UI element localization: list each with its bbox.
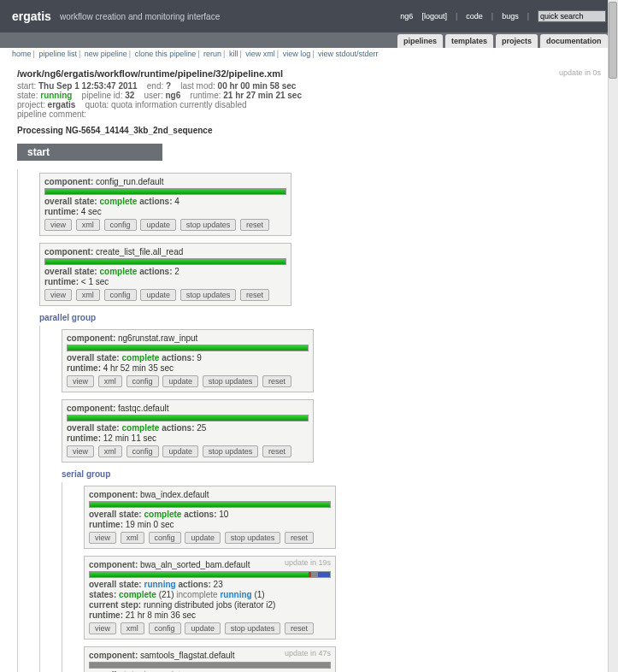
processing-value: NG-5654_14144_3kb_2nd_sequence: [66, 126, 213, 135]
c6-name: bwa_aln_sorted_bam.default: [140, 560, 250, 569]
update-button[interactable]: update: [162, 375, 198, 387]
tabs-row: pipelines templates projects documentati…: [0, 32, 618, 48]
submenu-clone[interactable]: clone this pipeline: [135, 50, 197, 58]
c5-state: complete: [144, 510, 181, 519]
quota-value: quota information currently disabled: [111, 100, 246, 109]
tab-pipelines[interactable]: pipelines: [397, 34, 443, 48]
stop-updates-button[interactable]: stop updates: [203, 375, 259, 387]
end-value: ?: [166, 81, 171, 91]
c4-state: complete: [121, 423, 159, 433]
submenu-view-log[interactable]: view log: [283, 50, 311, 58]
scrollbar-track: [608, 0, 618, 672]
stop-updates-button[interactable]: stop updates: [225, 622, 281, 634]
scrollbar-thumb[interactable]: [609, 2, 617, 79]
update-button[interactable]: update: [140, 289, 176, 301]
c2-state: complete: [99, 267, 137, 276]
card-config-run: component: config_run.default overall st…: [39, 173, 291, 236]
config-button[interactable]: config: [127, 445, 159, 457]
card-ng6runstat: component: ng6runstat.raw_input overall …: [62, 329, 314, 392]
c4-name: fastqc.default: [118, 404, 168, 413]
c6-progress: [89, 571, 331, 578]
config-button[interactable]: config: [104, 289, 137, 301]
lbl-component: component:: [44, 177, 93, 186]
view-button[interactable]: view: [89, 532, 116, 544]
submenu-rerun[interactable]: rerun: [203, 50, 221, 58]
view-button[interactable]: view: [89, 622, 116, 634]
c1-actions: 4: [174, 197, 180, 206]
card-bwa-aln-sorted-bam: update in 19s component: bwa_aln_sorted_…: [84, 556, 336, 640]
xml-button[interactable]: xml: [98, 445, 122, 457]
reset-button[interactable]: reset: [285, 532, 314, 544]
user-meta-value: ng6: [165, 91, 180, 100]
reset-button[interactable]: reset: [240, 219, 269, 231]
c5-runtime: 19 min 0 sec: [126, 520, 174, 529]
update-button[interactable]: update: [185, 622, 221, 634]
c4-runtime: 12 min 11 sec: [103, 433, 156, 443]
config-button[interactable]: config: [104, 219, 137, 231]
user-label: ng6: [400, 12, 413, 21]
update-button[interactable]: update: [185, 532, 221, 544]
stop-updates-button[interactable]: stop updates: [180, 219, 237, 231]
runtime-meta-value: 21 hr 27 min 21 sec: [223, 91, 302, 100]
c7-progress: [89, 662, 331, 669]
end-label: end:: [147, 81, 163, 91]
view-button[interactable]: view: [44, 289, 72, 301]
processing-label: Processing: [17, 126, 63, 135]
c2-name: create_list_file.all_read: [96, 247, 183, 256]
reset-button[interactable]: reset: [262, 375, 291, 387]
view-button[interactable]: view: [67, 375, 94, 387]
update-button[interactable]: update: [162, 445, 198, 457]
xml-button[interactable]: xml: [98, 375, 122, 387]
c4-progress: [67, 415, 309, 421]
bugs-link[interactable]: bugs: [502, 12, 519, 21]
tab-templates[interactable]: templates: [445, 34, 493, 48]
c3-name: ng6runstat.raw_input: [118, 333, 197, 343]
search-input[interactable]: [538, 10, 606, 22]
c2-actions: 2: [174, 267, 180, 276]
xml-button[interactable]: xml: [121, 532, 144, 544]
c6-countdown: update in 19s: [285, 558, 331, 567]
logout-link[interactable]: [logout]: [421, 12, 447, 21]
card-samtools-flagstat: update in 47s component: samtools_flagst…: [84, 646, 336, 672]
submenu-view-stdout[interactable]: view stdout/stderr: [318, 50, 379, 58]
reset-button[interactable]: reset: [262, 445, 291, 457]
c6-state: running: [144, 580, 175, 589]
submenu-view-xml[interactable]: view xml: [245, 50, 275, 58]
project-value: ergatis: [48, 100, 76, 109]
card-fastqc: component: fastqc.default overall state:…: [62, 399, 314, 463]
c1-runtime: 4 sec: [81, 207, 102, 216]
tab-projects[interactable]: projects: [496, 34, 538, 48]
submenu-home[interactable]: home: [12, 50, 32, 58]
stop-updates-button[interactable]: stop updates: [180, 289, 237, 301]
c3-actions: 9: [197, 353, 202, 363]
config-button[interactable]: config: [149, 622, 181, 634]
xml-button[interactable]: xml: [76, 289, 100, 301]
view-button[interactable]: view: [44, 219, 72, 231]
submenu-kill[interactable]: kill: [229, 50, 238, 58]
lastmod-label: last mod:: [180, 81, 215, 91]
c7-name: samtools_flagstat.default: [140, 651, 235, 660]
lbl-state: overall state:: [44, 197, 97, 206]
reset-button[interactable]: reset: [240, 289, 269, 301]
xml-button[interactable]: xml: [121, 622, 144, 634]
state-value: running: [40, 91, 72, 100]
config-button[interactable]: config: [127, 375, 159, 387]
stop-updates-button[interactable]: stop updates: [225, 532, 281, 544]
config-button[interactable]: config: [149, 532, 181, 544]
page-update-countdown: update in 0s: [559, 68, 601, 77]
xml-button[interactable]: xml: [76, 219, 100, 231]
tab-documentation[interactable]: documentation: [540, 34, 608, 48]
submenu-pipeline-list[interactable]: pipeline list: [38, 50, 77, 58]
code-link[interactable]: code: [466, 12, 483, 21]
c5-progress: [89, 501, 331, 508]
parallel-group-label: parallel group: [39, 313, 601, 322]
brand: ergatis: [12, 9, 51, 23]
c2-progress: [44, 258, 286, 265]
stop-updates-button[interactable]: stop updates: [203, 445, 259, 457]
update-button[interactable]: update: [140, 219, 176, 231]
reset-button[interactable]: reset: [285, 622, 314, 634]
c5-name: bwa_index.default: [140, 490, 209, 499]
submenu-new-pipeline[interactable]: new pipeline: [85, 50, 127, 58]
c4-actions: 25: [197, 423, 206, 433]
view-button[interactable]: view: [67, 445, 94, 457]
